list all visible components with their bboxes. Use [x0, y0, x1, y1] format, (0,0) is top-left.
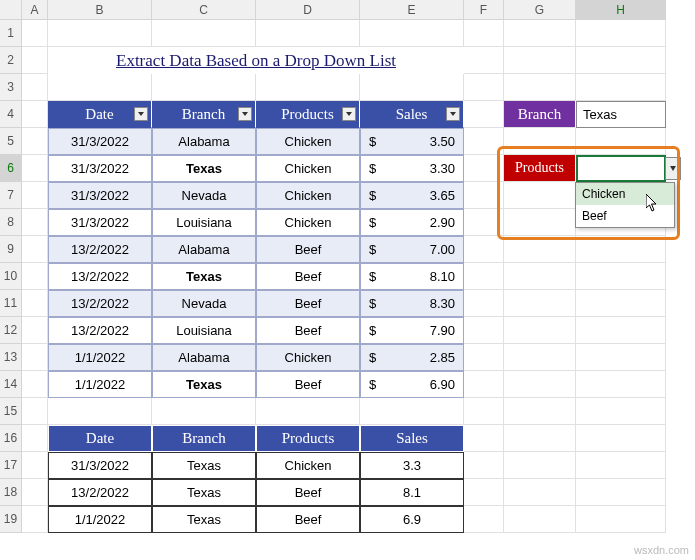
result-cell[interactable]: Texas	[152, 479, 256, 506]
table-cell[interactable]: 31/3/2022	[48, 209, 152, 236]
table-cell[interactable]: 8.30	[360, 290, 464, 317]
table-cell[interactable]: Beef	[256, 263, 360, 290]
table-cell[interactable]: Chicken	[256, 344, 360, 371]
table-cell[interactable]: 7.00	[360, 236, 464, 263]
table-cell[interactable]: 1/1/2022	[48, 344, 152, 371]
result-header-branch: Branch	[152, 425, 256, 452]
dropdown-item-beef[interactable]: Beef	[576, 205, 674, 227]
table-cell[interactable]: Chicken	[256, 182, 360, 209]
col-header-E[interactable]: E	[360, 0, 464, 20]
row-header-9[interactable]: 9	[0, 236, 22, 263]
row-header-8[interactable]: 8	[0, 209, 22, 236]
table-cell[interactable]: 3.50	[360, 128, 464, 155]
table-cell[interactable]: 3.30	[360, 155, 464, 182]
row-header-17[interactable]: 17	[0, 452, 22, 479]
table-cell[interactable]: 7.90	[360, 317, 464, 344]
row-header-7[interactable]: 7	[0, 182, 22, 209]
table-cell[interactable]: Alabama	[152, 128, 256, 155]
col-header-F[interactable]: F	[464, 0, 504, 20]
result-cell[interactable]: Chicken	[256, 452, 360, 479]
row-header-13[interactable]: 13	[0, 344, 22, 371]
table-cell[interactable]: Alabama	[152, 344, 256, 371]
row-header-11[interactable]: 11	[0, 290, 22, 317]
result-header-date: Date	[48, 425, 152, 452]
table-cell[interactable]: 31/3/2022	[48, 182, 152, 209]
table-cell[interactable]: Louisiana	[152, 209, 256, 236]
col-header-G[interactable]: G	[504, 0, 576, 20]
col-header-H[interactable]: H	[576, 0, 666, 20]
branch-input[interactable]: Texas	[576, 101, 666, 128]
col-header-A[interactable]: A	[22, 0, 48, 20]
row-header-3[interactable]: 3	[0, 74, 22, 101]
col-header-D[interactable]: D	[256, 0, 360, 20]
row-header-2[interactable]: 2	[0, 47, 22, 74]
table-cell[interactable]: 13/2/2022	[48, 317, 152, 344]
table-cell[interactable]: Beef	[256, 290, 360, 317]
result-cell[interactable]: 13/2/2022	[48, 479, 152, 506]
table-cell[interactable]: Beef	[256, 317, 360, 344]
table-cell[interactable]: Texas	[152, 263, 256, 290]
result-cell[interactable]: 8.1	[360, 479, 464, 506]
result-cell[interactable]: Texas	[152, 506, 256, 533]
col-header-C[interactable]: C	[152, 0, 256, 20]
table-cell[interactable]: 13/2/2022	[48, 290, 152, 317]
table-cell[interactable]: Chicken	[256, 155, 360, 182]
result-cell[interactable]: Beef	[256, 506, 360, 533]
table-cell[interactable]: 1/1/2022	[48, 371, 152, 398]
row-header-19[interactable]: 19	[0, 506, 22, 533]
result-cell[interactable]: 6.9	[360, 506, 464, 533]
row-header-12[interactable]: 12	[0, 317, 22, 344]
filter-icon[interactable]	[134, 107, 148, 121]
table-cell[interactable]: Chicken	[256, 128, 360, 155]
watermark: wsxdn.com	[634, 544, 689, 556]
dropdown-item-chicken[interactable]: Chicken	[576, 183, 674, 205]
result-cell[interactable]: 1/1/2022	[48, 506, 152, 533]
table-cell[interactable]: Nevada	[152, 290, 256, 317]
result-cell[interactable]: 31/3/2022	[48, 452, 152, 479]
result-cell[interactable]: Texas	[152, 452, 256, 479]
page-title: Extract Data Based on a Drop Down List	[48, 47, 464, 74]
table-cell[interactable]: Beef	[256, 236, 360, 263]
table-cell[interactable]: Louisiana	[152, 317, 256, 344]
table-cell[interactable]: 6.90	[360, 371, 464, 398]
result-cell[interactable]: 3.3	[360, 452, 464, 479]
row-header-16[interactable]: 16	[0, 425, 22, 452]
spreadsheet-grid: A B C D E F G H 1 2 Extract Data Based o…	[0, 0, 695, 533]
table-cell[interactable]: 2.90	[360, 209, 464, 236]
branch-label: Branch	[504, 101, 576, 128]
row-header-15[interactable]: 15	[0, 398, 22, 425]
row-header-10[interactable]: 10	[0, 263, 22, 290]
table-cell[interactable]: 2.85	[360, 344, 464, 371]
table-cell[interactable]: 3.65	[360, 182, 464, 209]
dropdown-list: Chicken Beef	[575, 182, 675, 228]
result-header-sales: Sales	[360, 425, 464, 452]
table-cell[interactable]: 31/3/2022	[48, 128, 152, 155]
row-header-6[interactable]: 6	[0, 155, 22, 182]
row-header-4[interactable]: 4	[0, 101, 22, 128]
table-cell[interactable]: Nevada	[152, 182, 256, 209]
table-cell[interactable]: Chicken	[256, 209, 360, 236]
filter-icon[interactable]	[238, 107, 252, 121]
table-cell[interactable]: 31/3/2022	[48, 155, 152, 182]
table-cell[interactable]: Texas	[152, 371, 256, 398]
row-header-1[interactable]: 1	[0, 20, 22, 47]
row-header-14[interactable]: 14	[0, 371, 22, 398]
result-cell[interactable]: Beef	[256, 479, 360, 506]
col-header-B[interactable]: B	[48, 0, 152, 20]
row-header-5[interactable]: 5	[0, 128, 22, 155]
products-label: Products	[504, 155, 576, 182]
chevron-down-icon[interactable]	[665, 157, 681, 180]
table-cell[interactable]: 13/2/2022	[48, 263, 152, 290]
table-cell[interactable]: 13/2/2022	[48, 236, 152, 263]
table-cell[interactable]: 8.10	[360, 263, 464, 290]
select-all-corner[interactable]	[0, 0, 22, 20]
table-header-date: Date	[48, 101, 152, 128]
table-header-sales: Sales	[360, 101, 464, 128]
filter-icon[interactable]	[342, 107, 356, 121]
row-header-18[interactable]: 18	[0, 479, 22, 506]
table-cell[interactable]: Alabama	[152, 236, 256, 263]
products-dropdown-input[interactable]	[576, 155, 666, 182]
filter-icon[interactable]	[446, 107, 460, 121]
table-cell[interactable]: Texas	[152, 155, 256, 182]
table-cell[interactable]: Beef	[256, 371, 360, 398]
